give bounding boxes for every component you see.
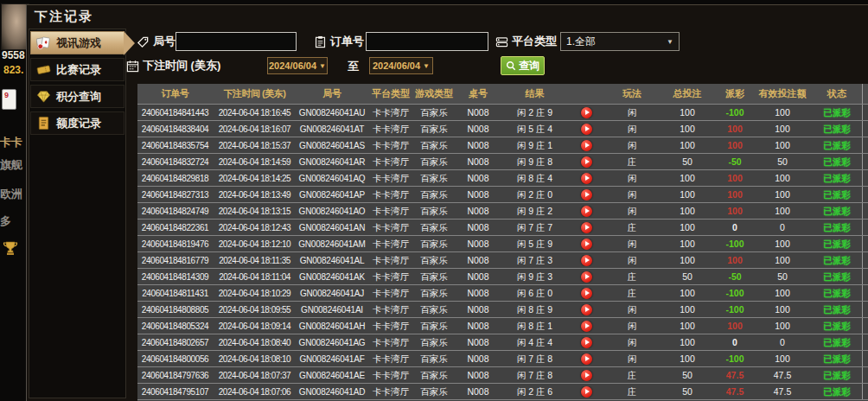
column-header <box>862 84 868 104</box>
column-header: 派彩 <box>717 86 753 102</box>
replay-button[interactable] <box>581 124 592 135</box>
order-input[interactable] <box>366 32 488 51</box>
cell-round: GN008246041AE <box>297 367 367 384</box>
search-button[interactable]: 查询 <box>501 56 545 75</box>
cell-round: GN008246041AG <box>297 334 367 351</box>
cell-valid: 100 <box>753 236 812 252</box>
cell-total: 100 <box>658 220 717 236</box>
cell-payout: -100 <box>717 302 753 318</box>
cell-time: 2024-06-04 18:09:14 <box>213 318 297 334</box>
cell-time: 2024-06-04 18:07:37 <box>213 367 297 384</box>
cell-order: 240604184819476 <box>137 236 213 252</box>
round-input[interactable] <box>176 32 297 51</box>
cell-round: GN008246041AI <box>297 302 367 318</box>
platform-icon <box>495 35 508 48</box>
table-row: 2406041847976362024-06-04 18:07:37GN0082… <box>137 366 868 383</box>
replay-button[interactable] <box>581 370 592 381</box>
cell-platform: 卡卡湾厅 <box>367 170 414 187</box>
cell-clipped <box>862 203 868 219</box>
cell-total: 100 <box>658 252 717 269</box>
play-icon <box>585 290 590 296</box>
replay-button[interactable] <box>581 271 592 283</box>
cell-payout: 47.5 <box>717 367 753 384</box>
cell-bet: 闲 <box>606 351 658 367</box>
platform-label: 平台类型 <box>512 34 557 49</box>
cell-valid: 100 <box>753 302 812 318</box>
cell-table: N008 <box>454 285 502 302</box>
replay-button[interactable] <box>581 107 592 118</box>
cell-bet: 闲 <box>606 203 658 220</box>
platform-select[interactable]: 1.全部 ▼ <box>560 32 680 51</box>
replay-button[interactable] <box>581 222 592 233</box>
cell-time: 2024-06-04 18:15:37 <box>213 137 297 154</box>
sidebar-item-ticket[interactable]: 比赛记录 <box>30 58 124 81</box>
cell-order: 240604184797636 <box>137 367 213 384</box>
date-to-value: 2024/06/04 <box>373 60 420 71</box>
cell-status: 已派彩 <box>812 367 862 384</box>
cell-total: 100 <box>658 187 717 203</box>
cell-status: 已派彩 <box>812 252 862 269</box>
cell-game: 百家乐 <box>414 187 454 203</box>
cell-bet: 闲 <box>606 252 658 269</box>
cell-replay <box>567 337 606 348</box>
replay-button[interactable] <box>581 140 592 151</box>
cell-order: 240604184814309 <box>137 269 213 285</box>
replay-button[interactable] <box>581 189 592 200</box>
cell-game: 百家乐 <box>414 252 454 269</box>
cell-game: 百家乐 <box>414 105 454 121</box>
round-label: 局号 <box>153 34 176 49</box>
replay-button[interactable] <box>581 206 592 217</box>
cell-replay <box>567 107 606 118</box>
date-to-picker[interactable]: 2024/06/04▼ <box>369 57 433 74</box>
cell-time: 2024-06-04 18:14:25 <box>213 170 297 187</box>
replay-button[interactable] <box>581 386 592 398</box>
cell-round: GN008246041AF <box>297 351 367 367</box>
cell-table: N008 <box>454 121 502 137</box>
cell-game: 百家乐 <box>414 170 454 187</box>
replay-button[interactable] <box>581 304 592 315</box>
sidebar-item-gem[interactable]: 积分查询 <box>30 85 124 108</box>
replay-button[interactable] <box>581 173 592 184</box>
table-row: 2406041848026572024-06-04 18:08:40GN0082… <box>137 334 868 350</box>
cell-platform: 卡卡湾厅 <box>367 269 414 285</box>
cell-time: 2024-06-04 18:07:06 <box>213 384 297 400</box>
cell-order: 240604184822361 <box>137 220 213 236</box>
cell-table: N008 <box>454 384 502 400</box>
replay-button[interactable] <box>581 337 592 348</box>
column-header: 有效投注额 <box>753 86 812 102</box>
order-label-group: 订单号 <box>314 32 364 51</box>
cell-payout: 100 <box>717 121 753 137</box>
play-icon <box>585 372 590 378</box>
platform-select-value: 1.全部 <box>566 35 596 49</box>
replay-button[interactable] <box>581 353 592 365</box>
cell-result: 闲 5 庄 9 <box>502 236 567 252</box>
replay-button[interactable] <box>581 239 592 250</box>
cell-total: 50 <box>658 367 717 384</box>
cell-status: 已派彩 <box>812 203 862 220</box>
bet-time-label-group: 下注时间 (美东) <box>126 56 220 75</box>
replay-button[interactable] <box>581 288 592 299</box>
cell-platform: 卡卡湾厅 <box>367 334 414 351</box>
replay-button[interactable] <box>581 321 592 332</box>
sidebar-item-document[interactable]: 额度记录 <box>30 111 124 135</box>
replay-button[interactable] <box>581 255 592 266</box>
cell-time: 2024-06-04 18:08:10 <box>213 351 297 367</box>
cell-total: 100 <box>658 203 717 220</box>
date-from-value: 2024/06/04 <box>269 60 316 71</box>
cell-replay <box>567 189 606 200</box>
cell-table: N008 <box>454 302 502 318</box>
cell-order: 240604184835754 <box>137 137 213 154</box>
cell-valid: 100 <box>753 252 812 269</box>
cell-clipped <box>862 351 868 366</box>
table-row: 2406041848088052024-06-04 18:09:55GN0082… <box>137 301 868 317</box>
date-from-picker[interactable]: 2024/06/04▼ <box>267 57 328 74</box>
play-icon <box>585 225 590 230</box>
balance-bottom: 823. <box>3 64 23 76</box>
cell-valid: 0 <box>753 220 812 236</box>
order-label: 订单号 <box>330 34 364 49</box>
play-icon <box>585 241 590 246</box>
cell-result: 闲 2 庄 0 <box>502 187 567 203</box>
cell-order: 240604184838404 <box>137 121 213 137</box>
replay-button[interactable] <box>581 156 592 168</box>
sidebar-item-cards[interactable]: 视讯游戏 <box>30 31 124 54</box>
